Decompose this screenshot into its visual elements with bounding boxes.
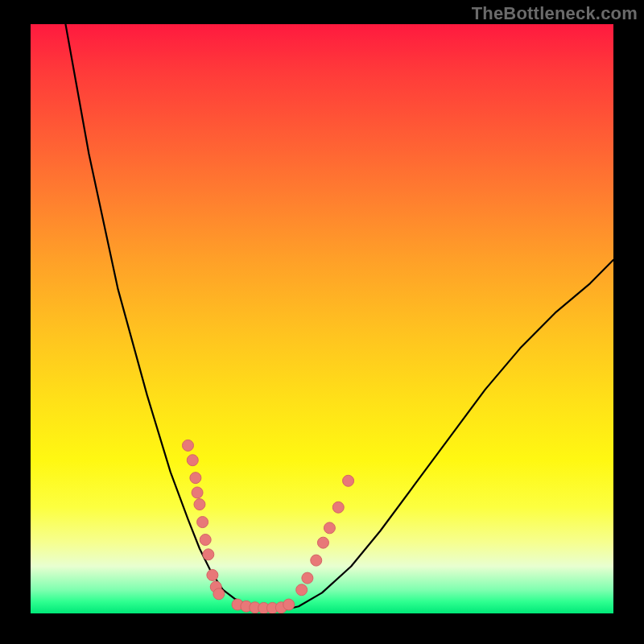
marker-left-7 [203, 549, 214, 560]
marker-right-3 [317, 537, 328, 548]
marker-bottom-6 [283, 599, 295, 610]
curve-path [65, 24, 613, 610]
marker-left-0 [182, 440, 193, 451]
marker-left-1 [187, 455, 198, 466]
marker-right-0 [296, 584, 308, 596]
marker-right-2 [311, 555, 322, 566]
plot-area [31, 24, 613, 613]
marker-right-1 [302, 572, 313, 584]
watermark-text: TheBottleneck.com [472, 3, 638, 24]
marker-left-5 [197, 517, 208, 528]
marker-left-3 [192, 487, 203, 498]
marker-left-8 [207, 569, 218, 580]
marker-left-2 [190, 473, 201, 484]
marker-left-6 [200, 535, 211, 546]
chart-frame: TheBottleneck.com [0, 0, 644, 644]
bottleneck-curve [65, 24, 613, 610]
marker-right-4 [324, 522, 335, 534]
marker-left-10 [213, 588, 225, 600]
marker-left-4 [194, 499, 205, 510]
marker-right-6 [343, 475, 354, 486]
marker-right-5 [332, 502, 344, 513]
chart-svg [31, 24, 613, 613]
